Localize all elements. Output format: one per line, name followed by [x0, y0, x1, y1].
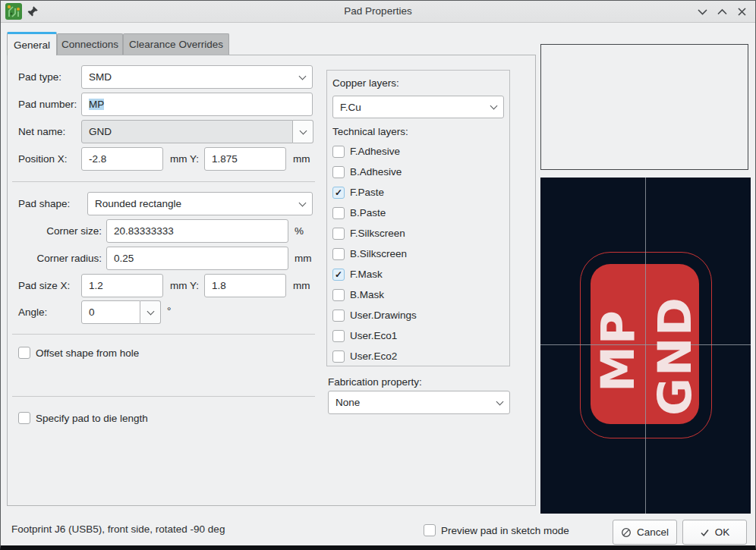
separator — [12, 396, 315, 397]
pad-shape-value: Rounded rectangle — [95, 198, 300, 209]
corner-radius-unit: mm — [295, 253, 312, 264]
die-length-checkbox-row[interactable]: Specify pad to die length — [18, 412, 148, 424]
layer-checkbox-row[interactable]: B.Silkscreen — [332, 244, 507, 264]
layer-checkbox-row[interactable]: F.Paste — [332, 182, 507, 203]
layer-label: F.Silkscreen — [350, 228, 405, 239]
corner-size-input[interactable]: 20.83333333 — [106, 219, 288, 243]
general-tab-panel: Pad type: SMD Pad number: MP Net name: G… — [7, 55, 536, 506]
offset-shape-checkbox-row[interactable]: Offset shape from hole — [18, 347, 139, 359]
pad-size-y-value: 1.8 — [212, 280, 279, 291]
pad-size-x-input[interactable]: 1.2 — [81, 274, 163, 297]
layer-checkbox[interactable] — [332, 269, 345, 281]
position-x-value: -2.8 — [89, 153, 156, 165]
layer-checkbox-row[interactable]: B.Adhesive — [332, 162, 507, 182]
layer-checkbox-row[interactable]: F.Silkscreen — [332, 223, 507, 244]
layer-checkbox[interactable] — [332, 146, 345, 158]
position-x-input[interactable]: -2.8 — [81, 147, 163, 171]
fabrication-property-select[interactable]: None — [328, 391, 510, 414]
pad-type-value: SMD — [89, 71, 300, 83]
chevron-down-icon — [490, 102, 498, 110]
net-name-value[interactable]: GND — [81, 120, 293, 143]
position-y-unit: mm — [293, 153, 310, 165]
sketch-mode-checkbox-row[interactable]: Preview pad in sketch mode — [424, 524, 569, 536]
ok-button[interactable]: OK — [682, 520, 747, 545]
pad-number-input[interactable]: MP — [81, 93, 313, 116]
sketch-mode-checkbox[interactable] — [424, 524, 436, 536]
net-name-dropdown-button[interactable] — [293, 120, 313, 143]
angle-combo[interactable]: 0 — [81, 300, 161, 324]
sketch-mode-label: Preview pad in sketch mode — [441, 525, 569, 536]
chevron-down-icon — [299, 199, 307, 206]
tab-clearance-overrides[interactable]: Clearance Overrides — [123, 33, 229, 55]
tab-connections[interactable]: Connections — [57, 33, 123, 55]
separator — [12, 334, 315, 335]
angle-value[interactable]: 0 — [81, 300, 140, 324]
cancel-button-label: Cancel — [637, 526, 669, 538]
chevron-down-icon — [299, 127, 307, 134]
tab-general-label: General — [14, 39, 50, 51]
pad-size-y-input[interactable]: 1.8 — [204, 274, 286, 297]
corner-radius-label: Corner radius: — [18, 253, 102, 264]
die-length-checkbox[interactable] — [18, 412, 30, 424]
layer-checkbox[interactable] — [332, 187, 345, 199]
pad-size-x-label: Pad size X: — [18, 280, 70, 291]
fabrication-property-value: None — [335, 397, 497, 408]
pad-preview-canvas[interactable]: MP GND — [540, 178, 751, 514]
layer-checkbox-row[interactable]: User.Drawings — [332, 305, 507, 325]
layer-checkbox-row[interactable]: F.Adhesive — [332, 141, 507, 162]
layer-checkbox-row[interactable]: B.Mask — [332, 284, 507, 305]
fabrication-property-label: Fabrication property: — [328, 376, 422, 388]
offset-shape-checkbox[interactable] — [18, 347, 30, 359]
layer-checkbox[interactable] — [332, 330, 345, 342]
copper-layers-select[interactable]: F.Cu — [332, 96, 504, 118]
layer-checkbox[interactable] — [332, 350, 345, 363]
pad-number-preview-text: MP — [591, 309, 644, 391]
layer-checkbox[interactable] — [332, 289, 345, 301]
layer-label: User.Drawings — [350, 310, 417, 321]
copper-layers-label: Copper layers: — [332, 77, 399, 89]
tab-general[interactable]: General — [7, 32, 57, 55]
window-title: Pad Properties — [1, 5, 755, 17]
layer-checkbox-row[interactable]: F.Mask — [332, 264, 507, 284]
layer-label: F.Paste — [350, 187, 384, 198]
offset-shape-label: Offset shape from hole — [36, 347, 139, 359]
tab-connections-label: Connections — [61, 39, 118, 50]
maximize-icon[interactable] — [717, 6, 728, 17]
pad-net-preview-text: GND — [647, 296, 701, 416]
chevron-down-icon — [299, 72, 307, 80]
pad-size-x-value: 1.2 — [89, 280, 156, 291]
layer-checkbox[interactable] — [332, 207, 345, 219]
pad-shape-select[interactable]: Rounded rectangle — [87, 192, 313, 215]
layer-checkbox[interactable] — [332, 166, 345, 178]
technical-layers-list: F.Adhesive B.Adhesive F.Paste B.Paste — [332, 141, 507, 366]
layer-checkbox[interactable] — [332, 248, 345, 260]
layer-checkbox-row[interactable]: B.Paste — [332, 203, 507, 223]
layer-label: User.Eco2 — [350, 350, 397, 362]
titlebar[interactable]: Pad Properties — [1, 1, 755, 23]
cancel-button[interactable]: Cancel — [613, 520, 677, 545]
layer-checkbox-row[interactable]: User.Eco2 — [332, 346, 507, 366]
corner-radius-input[interactable]: 0.25 — [106, 247, 288, 270]
corner-size-value: 20.83333333 — [114, 225, 281, 237]
separator — [12, 181, 315, 182]
position-y-value: 1.875 — [212, 153, 279, 165]
corner-size-unit: % — [295, 225, 304, 237]
pad-shape-label: Pad shape: — [18, 198, 70, 209]
close-icon[interactable] — [736, 6, 748, 17]
chevron-down-icon — [146, 307, 154, 315]
shade-icon[interactable] — [697, 6, 708, 17]
layer-checkbox[interactable] — [332, 310, 345, 322]
layer-label: F.Adhesive — [350, 146, 400, 157]
ok-button-label: OK — [715, 526, 730, 538]
crosshair-vertical-line — [645, 178, 646, 514]
pad-info-preview-box — [540, 44, 748, 170]
angle-dropdown-button[interactable] — [140, 300, 161, 324]
net-name-label: Net name: — [18, 126, 65, 137]
position-y-input[interactable]: 1.875 — [204, 147, 286, 171]
net-name-combo[interactable]: GND — [81, 120, 313, 143]
pad-type-select[interactable]: SMD — [81, 65, 313, 89]
angle-label: Angle: — [18, 306, 47, 318]
layer-checkbox[interactable] — [332, 228, 345, 240]
ok-check-icon — [700, 528, 710, 537]
layer-checkbox-row[interactable]: User.Eco1 — [332, 325, 507, 346]
